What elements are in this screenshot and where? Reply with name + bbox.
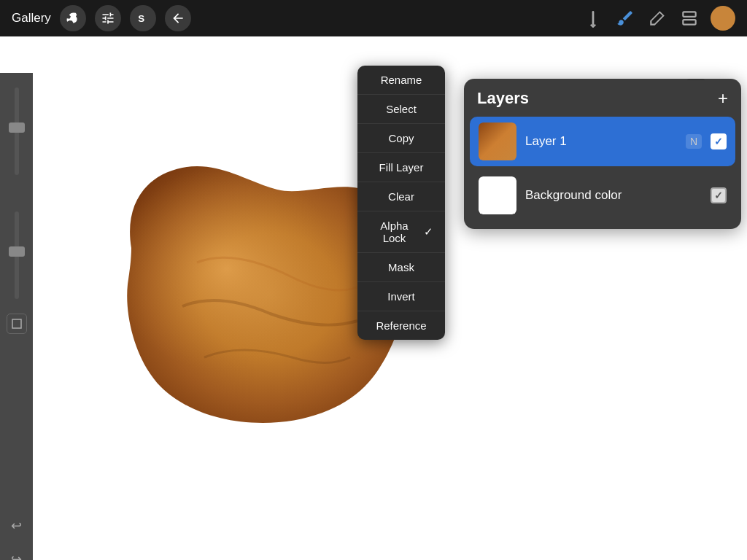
background-layer-name: Background color xyxy=(525,188,702,203)
background-thumbnail xyxy=(479,176,516,214)
menu-item-fill-layer[interactable]: Fill Layer xyxy=(357,153,445,182)
menu-item-alpha-lock[interactable]: Alpha Lock ✓ xyxy=(357,211,445,253)
square-tool-icon[interactable] xyxy=(7,314,27,334)
layers-title: Layers xyxy=(477,89,529,108)
layer-item-background[interactable]: Background color xyxy=(470,171,735,220)
context-menu: Rename Select Copy Fill Layer Clear Alph… xyxy=(357,66,445,340)
brush-size-thumb xyxy=(9,122,25,133)
layer-1-name: Layer 1 xyxy=(525,134,677,149)
left-sidebar: ↩ ↪ xyxy=(0,73,33,560)
layer-item-1[interactable]: Layer 1 N xyxy=(470,117,735,166)
wrench-icon[interactable] xyxy=(60,5,86,31)
layers-tool[interactable] xyxy=(678,7,700,29)
eraser-tool[interactable] xyxy=(646,7,668,29)
menu-item-reference[interactable]: Reference xyxy=(357,311,445,340)
redo-button[interactable]: ↪ xyxy=(11,551,22,560)
background-layer-visibility[interactable] xyxy=(711,187,727,203)
svg-rect-2 xyxy=(12,319,21,328)
svg-text:S: S xyxy=(138,13,144,24)
opacity-slider[interactable] xyxy=(15,211,19,299)
topbar-left: Gallery S xyxy=(12,5,191,31)
canvas-area: ↩ ↪ xyxy=(0,36,747,560)
topbar: Gallery S xyxy=(0,0,747,36)
menu-item-clear[interactable]: Clear xyxy=(357,182,445,211)
undo-button[interactable]: ↩ xyxy=(11,518,22,534)
arrow-icon[interactable] xyxy=(165,5,191,31)
gallery-button[interactable]: Gallery xyxy=(12,11,51,26)
layers-header: Layers + xyxy=(464,79,741,117)
menu-item-copy[interactable]: Copy xyxy=(357,124,445,153)
opacity-thumb xyxy=(9,246,25,257)
menu-item-rename[interactable]: Rename xyxy=(357,66,445,95)
layers-pointer xyxy=(687,79,705,80)
layer-1-thumbnail xyxy=(479,122,516,160)
menu-item-select[interactable]: Select xyxy=(357,95,445,124)
topbar-right xyxy=(582,6,735,31)
smudge-icon[interactable]: S xyxy=(130,5,156,31)
layer-1-visibility[interactable] xyxy=(711,133,727,149)
layer-1-mode: N xyxy=(686,134,702,149)
brush-size-slider[interactable] xyxy=(15,88,19,175)
layers-panel: Layers + Layer 1 N Background color xyxy=(464,79,741,229)
adjustments-icon[interactable] xyxy=(95,5,121,31)
menu-item-mask[interactable]: Mask xyxy=(357,253,445,282)
alpha-lock-check: ✓ xyxy=(424,225,433,238)
pencil-tool[interactable] xyxy=(582,7,604,29)
avatar[interactable] xyxy=(711,6,735,31)
add-layer-button[interactable]: + xyxy=(718,90,728,107)
brush-tool[interactable] xyxy=(614,7,636,29)
menu-item-invert[interactable]: Invert xyxy=(357,282,445,311)
